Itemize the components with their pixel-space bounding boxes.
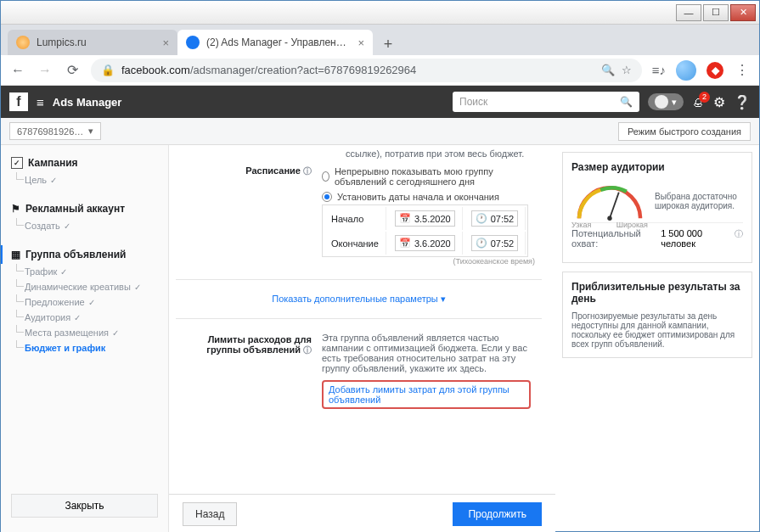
sb-item-dynamic[interactable]: Динамические креативы ✓: [1, 279, 168, 294]
close-tab-icon[interactable]: ×: [162, 36, 169, 49]
tab-favicon: [16, 36, 30, 49]
window-close-button[interactable]: ✕: [730, 4, 756, 21]
menu-icon[interactable]: ⋮: [734, 62, 751, 78]
close-button[interactable]: Закрыть: [11, 494, 158, 518]
info-icon[interactable]: ⓘ: [735, 228, 743, 249]
url-domain: facebook.com: [121, 64, 190, 76]
audience-size-card: Размер аудитории УзкаяШирокая: [562, 152, 752, 263]
back-button[interactable]: ←: [9, 63, 26, 78]
account-dropdown[interactable]: 67876981926… ▾: [9, 122, 101, 140]
sb-section-adaccount[interactable]: ⚑ Рекламный аккаунт: [1, 199, 168, 218]
svg-line-0: [610, 193, 619, 219]
results-desc: Прогнозируемые результаты за день недост…: [571, 311, 743, 349]
notif-badge: 2: [699, 92, 710, 103]
chevron-down-icon: ▾: [88, 126, 93, 137]
limits-label: Лимиты расходов для группы объявлений: [206, 334, 312, 355]
flag-icon: ⚑: [11, 203, 20, 215]
app-title: Ads Manager: [53, 96, 122, 109]
radio-icon: [322, 171, 329, 182]
sb-section-campaign[interactable]: Кампания: [1, 154, 168, 172]
start-label: Начало: [324, 207, 386, 230]
account-pill[interactable]: ▾: [648, 93, 684, 110]
start-time-input[interactable]: 🕐07:52: [471, 210, 519, 227]
tab-label: (2) Ads Manager - Управление р: [206, 36, 351, 48]
info-icon[interactable]: ⓘ: [303, 166, 312, 176]
quick-creation-button[interactable]: Режим быстрого создания: [618, 122, 751, 141]
close-tab-icon[interactable]: ×: [357, 36, 364, 49]
help-icon[interactable]: ❔: [734, 94, 751, 110]
window-minimize-button[interactable]: —: [676, 4, 701, 21]
checkbox-icon: [11, 157, 23, 169]
url-path: /adsmanager/creation?act=678769819262964: [190, 64, 416, 76]
svg-point-1: [607, 216, 611, 221]
account-bar: 67876981926… ▾ Режим быстрого создания: [1, 118, 759, 145]
end-label: Окончание: [324, 232, 386, 255]
sb-section-adset[interactable]: ▦ Группа объявлений: [1, 245, 168, 264]
end-date-input[interactable]: 📅3.6.2020: [395, 235, 455, 251]
fb-logo[interactable]: f: [9, 92, 28, 111]
lock-icon: 🔒: [101, 64, 115, 76]
schedule-table: Начало 📅3.5.2020 🕐07:52 Окончание 📅3.6.2…: [322, 204, 528, 257]
form-footer: Назад Продолжить: [169, 494, 555, 532]
browser-urlbar: ← → ⟳ 🔒 facebook.com/adsmanager/creation…: [1, 55, 759, 86]
audience-gauge: УзкаяШирокая: [571, 180, 648, 222]
radio-set-dates[interactable]: Установить даты начала и окончания: [322, 189, 542, 204]
profile-avatar[interactable]: [676, 60, 696, 81]
extensions-icon[interactable]: ≡♪: [652, 63, 666, 77]
radio-icon: [322, 192, 332, 202]
calendar-icon: 📅: [399, 213, 411, 224]
audience-desc: Выбрана достаточно широкая аудитория.: [655, 192, 743, 210]
form-area: ссылке), потратив при этом весь бюджет. …: [169, 145, 555, 532]
clipped-text: ссылке), потратив при этом весь бюджет.: [176, 145, 542, 159]
audience-title: Размер аудитории: [571, 161, 743, 173]
sb-item-traffic[interactable]: Трафик ✓: [1, 264, 168, 279]
estimated-results-card: Приблизительные результаты за день Прогн…: [562, 272, 752, 358]
extension-badge[interactable]: ◆: [707, 62, 723, 79]
window-maximize-button[interactable]: ☐: [703, 4, 729, 21]
settings-icon[interactable]: ⚙: [713, 94, 725, 110]
sb-item-offer[interactable]: Предложение ✓: [1, 294, 168, 310]
reach-value: 1 500 000 человек: [661, 228, 731, 249]
tab-favicon: [186, 36, 200, 49]
results-title: Приблизительные результаты за день: [571, 281, 743, 305]
sb-item-create[interactable]: Создать ✓: [1, 218, 168, 233]
timezone-label: (Тихоокеанское время): [322, 257, 542, 266]
notifications-icon[interactable]: 🕭2: [692, 95, 705, 109]
add-limits-link[interactable]: Добавить лимиты затрат для этой группы о…: [329, 384, 524, 405]
sb-item-placements[interactable]: Места размещения ✓: [1, 325, 168, 340]
info-icon[interactable]: ⓘ: [303, 345, 312, 355]
browser-tabstrip: Lumpics.ru × (2) Ads Manager - Управлени…: [1, 25, 759, 55]
back-button[interactable]: Назад: [183, 502, 237, 526]
show-more-link[interactable]: Показать дополнительные параметры ▾: [176, 288, 542, 310]
calendar-icon: 📅: [399, 238, 411, 249]
sb-item-goal[interactable]: Цель ✓: [1, 172, 168, 188]
tab-label: Lumpics.ru: [37, 36, 155, 48]
end-time-input[interactable]: 🕐07:52: [471, 235, 519, 251]
start-date-input[interactable]: 📅3.5.2020: [395, 210, 455, 227]
add-limits-highlight: Добавить лимиты затрат для этой группы о…: [322, 380, 531, 409]
fb-search-input[interactable]: Поиск 🔍: [453, 92, 639, 112]
sb-item-audience[interactable]: Аудитория ✓: [1, 310, 168, 325]
radio-continuous[interactable]: Непрерывно показывать мою группу объявле…: [322, 164, 542, 189]
search-icon: 🔍: [620, 96, 633, 108]
hamburger-icon[interactable]: ≡: [37, 95, 44, 109]
reload-button[interactable]: ⟳: [64, 62, 81, 78]
address-bar[interactable]: 🔒 facebook.com/adsmanager/creation?act=6…: [91, 59, 642, 82]
creation-sidebar: Кампания Цель ✓ ⚑ Рекламный аккаунт Созд…: [1, 145, 169, 532]
search-placeholder: Поиск: [459, 96, 620, 108]
forward-button[interactable]: →: [37, 63, 53, 78]
window-titlebar: — ☐ ✕: [1, 1, 759, 25]
reach-label: Потенциальный охват:: [571, 228, 661, 249]
right-panel: Размер аудитории УзкаяШирокая: [555, 145, 759, 532]
new-tab-button[interactable]: +: [376, 33, 400, 55]
clock-icon: 🕐: [476, 238, 487, 249]
browser-tab-lumpics[interactable]: Lumpics.ru ×: [8, 30, 177, 55]
account-id: 67876981926…: [17, 126, 83, 137]
sb-item-budget[interactable]: Бюджет и график: [1, 340, 168, 356]
grid-icon: ▦: [11, 249, 20, 260]
clock-icon: 🕐: [476, 213, 487, 224]
browser-tab-adsmanager[interactable]: (2) Ads Manager - Управление р ×: [177, 30, 373, 55]
continue-button[interactable]: Продолжить: [453, 502, 542, 526]
search-icon: 🔍: [601, 64, 615, 76]
star-icon[interactable]: ☆: [622, 64, 632, 76]
